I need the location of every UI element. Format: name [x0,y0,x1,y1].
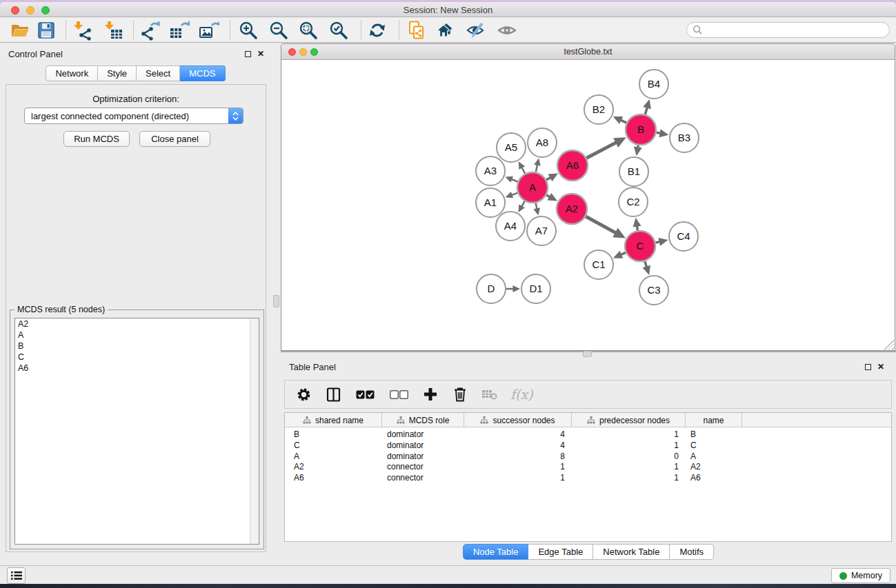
home-icon[interactable] [435,19,457,41]
table-cell[interactable]: A6 [285,472,382,483]
divider-grip[interactable] [273,295,279,307]
network-window-titlebar[interactable]: testGlobe.txt [281,44,895,60]
float-panel-icon[interactable] [245,51,251,57]
scrollbar-track[interactable] [250,318,259,544]
export-table-icon[interactable] [168,19,190,41]
trash-icon[interactable] [451,385,469,403]
tab-network-table[interactable]: Network Table [593,544,670,560]
columns-icon[interactable] [324,385,342,403]
float-panel-icon[interactable] [865,364,871,370]
eye-edit-icon[interactable] [465,19,487,41]
close-panel-icon[interactable]: ✕ [877,363,884,370]
search-box[interactable] [686,22,890,38]
table-cell[interactable]: connector [382,472,464,483]
mcds-result-item[interactable]: A6 [15,363,259,374]
export-network-icon[interactable] [139,19,161,41]
memory-button[interactable]: Memory [831,568,890,583]
table-cell[interactable]: 1 [572,440,686,451]
table-row[interactable]: Adominator80A [285,451,891,462]
graph-node-C2[interactable]: C2 [619,187,648,216]
tab-mcds[interactable]: MCDS [180,65,225,81]
graph-node-A4[interactable]: A4 [496,212,525,241]
tab-motifs[interactable]: Motifs [670,544,714,560]
table-cell[interactable]: A [285,451,382,462]
graph-node-B3[interactable]: B3 [670,123,699,152]
close-panel-button[interactable]: Close panel [139,131,210,147]
save-icon[interactable] [35,19,57,41]
mcds-result-item[interactable]: A [15,330,259,341]
graph-node-C[interactable]: C [625,231,655,261]
column-header-mcds-role[interactable]: MCDS role [382,413,464,427]
run-mcds-button[interactable]: Run MCDS [63,131,130,147]
network-graph-canvas[interactable]: B4B2BB3A8A5A6B1A3AC2A1A2A4A7C4CC1C3DD1 [281,60,895,350]
table-cell[interactable]: A6 [686,472,742,483]
tab-style[interactable]: Style [98,65,137,81]
search-input[interactable] [703,26,889,35]
graph-node-A2[interactable]: A2 [557,194,587,224]
table-cell[interactable]: 4 [464,429,572,440]
tab-network[interactable]: Network [46,65,98,81]
graph-node-A[interactable]: A [517,172,548,203]
tab-edge-table[interactable]: Edge Table [528,544,593,560]
table-cell[interactable]: B [285,429,382,440]
import-network-icon[interactable] [71,19,93,41]
add-column-icon[interactable] [421,385,439,403]
table-cell[interactable]: 4 [464,440,572,451]
zoom-fit-icon[interactable] [297,19,319,41]
table-row[interactable]: Bdominator41B [285,429,891,440]
column-header-predecessor-nodes[interactable]: predecessor nodes [572,413,686,427]
table-cell[interactable]: 1 [464,472,572,483]
criterion-select[interactable]: largest connected component (directed) [24,108,243,124]
table-cell[interactable]: connector [382,461,464,472]
eye-icon[interactable] [496,19,518,41]
mcds-result-item[interactable]: B [15,341,259,352]
graph-edge-A2-C[interactable] [586,216,617,233]
table-cell[interactable]: 0 [572,451,686,462]
graph-node-A7[interactable]: A7 [527,216,556,245]
column-header-name[interactable]: name [686,413,742,427]
graph-node-B[interactable]: B [626,114,656,145]
table-cell[interactable]: dominator [382,429,464,440]
table-cell[interactable]: A2 [686,461,742,472]
folder-open-icon[interactable] [9,19,31,41]
tab-select[interactable]: Select [137,65,180,81]
table-cell[interactable]: C [686,440,742,451]
mcds-result-list[interactable]: A2ABCA6 [14,318,259,545]
refresh-icon[interactable] [366,19,388,41]
deselect-all-checkboxes-icon[interactable] [388,385,410,403]
graph-node-D1[interactable]: D1 [521,274,550,303]
import-table-icon[interactable] [102,19,124,41]
table-cell[interactable]: 1 [464,461,572,472]
graph-edge-A6-B[interactable] [586,142,617,158]
graph-node-B2[interactable]: B2 [584,95,613,124]
graph-node-B1[interactable]: B1 [619,157,648,186]
table-cell[interactable]: dominator [382,451,464,462]
export-image-icon[interactable] [198,19,220,41]
table-cell[interactable]: 1 [572,429,686,440]
graph-node-C4[interactable]: C4 [669,222,698,251]
zoom-in-icon[interactable] [237,19,259,41]
graph-node-A1[interactable]: A1 [476,188,505,217]
table-cell[interactable]: 8 [464,451,572,462]
column-header-shared-name[interactable]: shared name [285,413,382,427]
graph-node-A5[interactable]: A5 [497,133,526,162]
table-row[interactable]: A6connector11A6 [285,472,891,483]
copy-network-document-icon[interactable] [406,19,428,41]
mcds-result-item[interactable]: C [15,352,259,363]
close-panel-icon[interactable]: ✕ [257,50,264,57]
zoom-out-icon[interactable] [268,19,290,41]
select-all-checkboxes-icon[interactable] [354,385,376,403]
graph-node-A8[interactable]: A8 [528,128,557,157]
mcds-result-item[interactable]: A2 [15,318,259,330]
graph-node-B4[interactable]: B4 [639,70,668,99]
column-header-successor-nodes[interactable]: successor nodes [464,413,572,427]
table-cell[interactable]: C [285,440,382,451]
table-cell[interactable]: dominator [382,440,464,451]
graph-node-A3[interactable]: A3 [476,156,505,185]
table-cell[interactable]: 1 [572,472,686,483]
graph-node-C3[interactable]: C3 [639,276,668,305]
tab-node-table[interactable]: Node Table [463,544,529,560]
resize-grip-icon[interactable] [884,340,894,349]
task-list-icon[interactable] [7,567,26,584]
graph-node-D[interactable]: D [477,274,506,303]
